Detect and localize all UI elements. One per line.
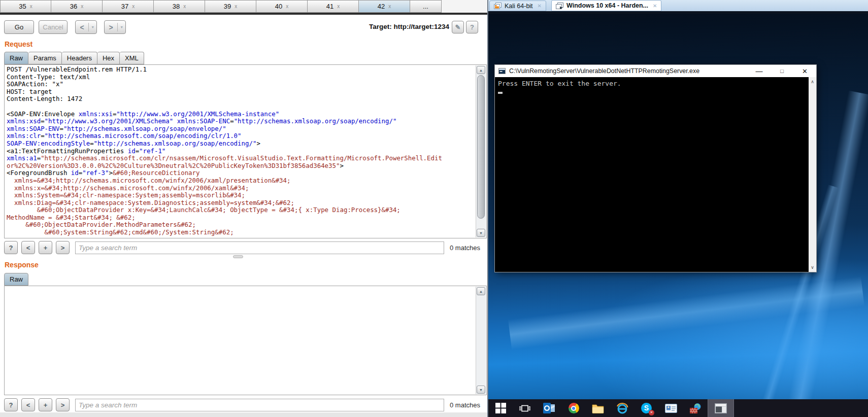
- repeater-tab-38[interactable]: 38x: [154, 0, 205, 13]
- request-line: SOAP-ENV:encodingStyle="http://schemas.x…: [7, 140, 475, 148]
- close-tab-icon[interactable]: x: [81, 4, 83, 9]
- go-button[interactable]: Go: [4, 20, 34, 34]
- request-editor-text[interactable]: POST /VulnerableEndpoint.rem HTTP/1.1Con…: [7, 66, 475, 238]
- internet-explorer-button[interactable]: [610, 399, 635, 417]
- outlook-button[interactable]: [537, 399, 561, 417]
- chevron-down-icon[interactable]: ▼: [118, 25, 125, 29]
- console-window[interactable]: C:\VulnRemotingServer\VulnerableDotNetHT…: [495, 65, 816, 272]
- request-scrollbar[interactable]: ▲ ▼: [476, 65, 486, 237]
- maximize-button[interactable]: □: [771, 65, 793, 77]
- close-tab-icon[interactable]: x: [183, 4, 186, 9]
- minimize-button[interactable]: —: [748, 65, 771, 77]
- repeater-tab-42[interactable]: 42x: [359, 0, 410, 13]
- close-tab-icon[interactable]: x: [337, 4, 340, 9]
- chrome-button[interactable]: [561, 399, 586, 417]
- request-line: xmlns:a1="http://schemas.microsoft.com/c…: [7, 155, 475, 162]
- scrollbar-thumb[interactable]: [477, 75, 485, 219]
- close-tab-icon[interactable]: x: [235, 4, 237, 9]
- request-line: xmlns=&#34;http://schemas.microsoft.com/…: [7, 177, 475, 185]
- console-app-taskbar-button[interactable]: [708, 399, 734, 417]
- response-subtab-raw[interactable]: Raw: [4, 273, 28, 286]
- scroll-down-icon[interactable]: ∨: [809, 263, 816, 271]
- close-icon[interactable]: ✕: [653, 3, 657, 9]
- search-add-button[interactable]: +: [39, 241, 52, 254]
- search-next-button[interactable]: >: [56, 241, 70, 254]
- request-line: [7, 103, 475, 111]
- help-icon: ?: [470, 23, 474, 31]
- search-prev-button[interactable]: <: [21, 241, 35, 254]
- file-explorer-button[interactable]: [586, 399, 610, 417]
- request-line: xmlns:System=&#34;clr-namespace:System;a…: [7, 192, 475, 199]
- response-editor-text[interactable]: [7, 287, 475, 395]
- request-editor[interactable]: POST /VulnerableEndpoint.rem HTTP/1.1Con…: [4, 64, 487, 238]
- windows-start-icon: [495, 403, 506, 413]
- close-tab-icon[interactable]: x: [388, 4, 391, 9]
- splitter-grip[interactable]: [233, 255, 243, 258]
- response-editor[interactable]: ▲ ▼: [4, 286, 487, 395]
- request-subtabs: RawParamsHeadersHexXML: [4, 52, 144, 64]
- console-scrollbar[interactable]: ∧ ∨: [809, 77, 816, 272]
- search-next-button[interactable]: >: [56, 398, 70, 411]
- chevron-down-icon[interactable]: ▼: [89, 25, 96, 29]
- search-matches-label: 0 matches: [450, 401, 486, 409]
- scroll-up-icon[interactable]: ▲: [477, 287, 485, 295]
- repeater-tab-41[interactable]: 41x: [308, 0, 359, 13]
- close-tab-icon[interactable]: x: [30, 4, 32, 9]
- firewall-button[interactable]: [683, 399, 708, 417]
- request-subtab-xml[interactable]: XML: [120, 52, 144, 64]
- next-request-button[interactable]: > ▼: [104, 20, 126, 34]
- repeater-tab-39[interactable]: 39x: [205, 0, 256, 13]
- search-add-button[interactable]: +: [39, 398, 52, 411]
- close-button[interactable]: ✕: [793, 65, 816, 77]
- search-help-button[interactable]: ?: [4, 241, 18, 254]
- cancel-button[interactable]: Cancel: [39, 20, 68, 34]
- close-icon[interactable]: ✕: [538, 3, 542, 9]
- repeater-tab-37[interactable]: 37x: [103, 0, 154, 13]
- request-line: Content-Type: text/xml: [7, 74, 475, 81]
- chrome-icon: [569, 403, 579, 413]
- repeater-tab-36[interactable]: 36x: [51, 0, 103, 13]
- request-line: xmlns:xsd="http://www.w3.org/2001/XMLSch…: [7, 118, 475, 125]
- search-prev-button[interactable]: <: [21, 398, 35, 411]
- repeater-tab-40[interactable]: 40x: [256, 0, 308, 13]
- task-view-button[interactable]: [513, 399, 537, 417]
- scroll-up-icon[interactable]: ∧: [809, 78, 816, 86]
- edit-target-button[interactable]: ✎: [452, 21, 464, 33]
- scroll-down-icon[interactable]: ▼: [477, 229, 485, 237]
- request-line: xmlns:clr="http://schemas.microsoft.com/…: [7, 132, 475, 140]
- search-input[interactable]: [75, 399, 444, 411]
- repeater-tab-35[interactable]: 35x: [0, 0, 51, 13]
- repeater-tab-label: 40: [275, 3, 282, 10]
- console-app-icon: [715, 403, 727, 413]
- skype-button[interactable]: S ✕: [635, 399, 659, 417]
- request-line: &#60;System:String&#62;cmd&#60;/System:S…: [7, 229, 475, 236]
- start-button[interactable]: [488, 399, 513, 417]
- request-subtab-headers[interactable]: Headers: [62, 52, 97, 64]
- request-subtab-raw[interactable]: Raw: [4, 52, 28, 64]
- repeater-tab-label: 41: [326, 3, 333, 10]
- scroll-down-icon[interactable]: ▼: [477, 386, 485, 394]
- vm-tab-windows[interactable]: Windows 10 x64 - Harden... ✕: [551, 0, 661, 11]
- search-help-button[interactable]: ?: [4, 398, 18, 411]
- console-output[interactable]: Press ENTER to exit the server. ∧ ∨: [495, 77, 816, 272]
- prev-request-button[interactable]: < ▼: [75, 20, 97, 34]
- close-tab-icon[interactable]: x: [286, 4, 288, 9]
- scroll-up-icon[interactable]: ▲: [477, 66, 485, 74]
- close-tab-icon[interactable]: x: [132, 4, 135, 9]
- console-cursor: [498, 92, 503, 94]
- request-subtab-params[interactable]: Params: [28, 52, 62, 64]
- vm-tab-kali[interactable]: Kali 64-bit ✕: [489, 1, 546, 11]
- contact-card-button[interactable]: [659, 399, 683, 417]
- skype-icon: S ✕: [641, 403, 652, 414]
- request-line: SOAPAction: "x": [7, 81, 475, 88]
- firewall-icon: [689, 403, 702, 414]
- request-line: MethodName = &#34;Start&#34; &#62;: [7, 214, 475, 222]
- response-scrollbar[interactable]: ▲ ▼: [476, 287, 486, 394]
- skype-offline-badge: ✕: [649, 410, 654, 415]
- help-button[interactable]: ?: [466, 21, 478, 33]
- request-subtab-hex[interactable]: Hex: [97, 52, 120, 64]
- repeater-tab-label: 39: [224, 3, 231, 10]
- repeater-tab-more[interactable]: ...: [410, 0, 442, 13]
- console-controls: — □ ✕: [748, 65, 816, 77]
- search-input[interactable]: [75, 241, 444, 254]
